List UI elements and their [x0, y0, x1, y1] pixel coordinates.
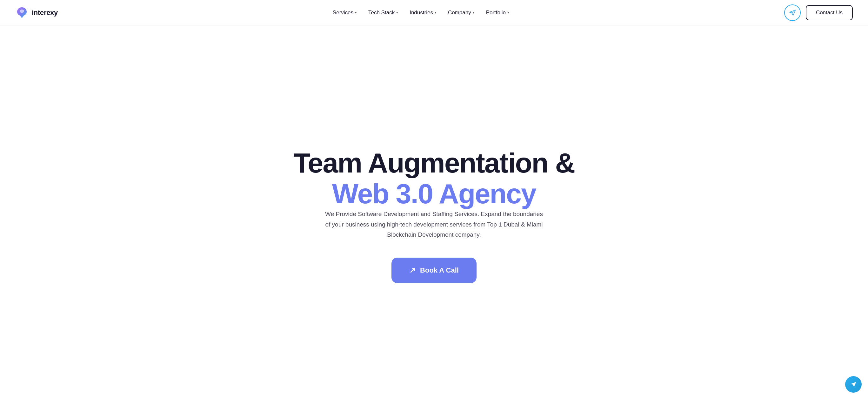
book-call-label: Book A Call [420, 266, 459, 275]
chevron-down-icon: ▾ [396, 10, 398, 15]
nav-link-industries[interactable]: Industries ▾ [409, 9, 437, 16]
nav-links: Services ▾ Tech Stack ▾ Industries ▾ Com… [333, 9, 509, 16]
chevron-down-icon: ▾ [507, 10, 509, 15]
logo-area: interexy [15, 6, 58, 19]
logo-text: interexy [32, 8, 58, 17]
nav-item-industries[interactable]: Industries ▾ [409, 9, 437, 16]
telegram-button[interactable] [784, 4, 801, 21]
nav-item-company[interactable]: Company ▾ [448, 9, 475, 16]
hero-title-line1: Team Augmentation & [293, 147, 575, 178]
hero-title: Team Augmentation & Web 3.0 Agency [293, 148, 575, 209]
nav-link-portfolio[interactable]: Portfolio ▾ [486, 9, 509, 16]
chevron-down-icon: ▾ [355, 10, 357, 15]
nav-actions: Contact Us [784, 4, 853, 21]
bottom-right-chat-button[interactable] [845, 376, 862, 393]
chat-icon [850, 381, 857, 388]
nav-link-techstack[interactable]: Tech Stack ▾ [368, 9, 398, 16]
logo-icon [15, 6, 29, 19]
contact-button[interactable]: Contact Us [806, 5, 853, 20]
nav-item-techstack[interactable]: Tech Stack ▾ [368, 9, 398, 16]
hero-title-line2: Web 3.0 Agency [332, 178, 536, 209]
chevron-down-icon: ▾ [435, 10, 437, 15]
chevron-down-icon: ▾ [473, 10, 475, 15]
hero-section: Team Augmentation & Web 3.0 Agency We Pr… [0, 25, 868, 399]
navbar: interexy Services ▾ Tech Stack ▾ Industr… [0, 0, 868, 25]
nav-link-company[interactable]: Company ▾ [448, 9, 475, 16]
nav-item-portfolio[interactable]: Portfolio ▾ [486, 9, 509, 16]
hero-subtitle: We Provide Software Development and Staf… [323, 209, 545, 240]
book-call-button[interactable]: ↗ Book A Call [392, 258, 476, 283]
telegram-icon [788, 9, 796, 17]
arrow-icon: ↗ [409, 266, 415, 275]
nav-item-services[interactable]: Services ▾ [333, 9, 357, 16]
nav-link-services[interactable]: Services ▾ [333, 9, 357, 16]
